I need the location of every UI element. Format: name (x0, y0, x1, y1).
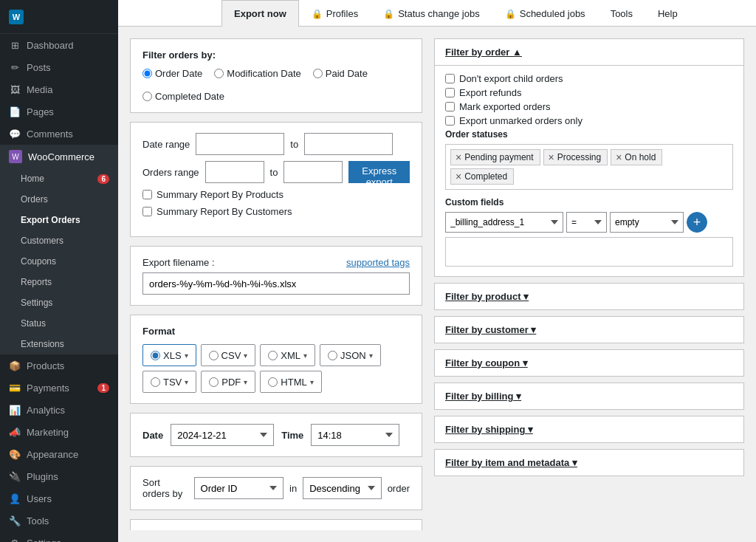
remove-on-hold[interactable]: × (616, 151, 622, 163)
checkbox-refunds[interactable]: Export refunds (445, 87, 733, 98)
sidebar-item-customers[interactable]: Customers (0, 230, 118, 251)
radio-modification-date[interactable]: Modification Date (214, 68, 300, 79)
sidebar-item-settings[interactable]: Settings (0, 292, 118, 313)
remove-completed[interactable]: × (456, 171, 461, 182)
tab-status-change[interactable]: 🔒 Status change jobs (371, 0, 492, 27)
filter-by-billing[interactable]: Filter by billing ▾ (434, 383, 744, 410)
sidebar-item-export-orders[interactable]: Export Orders (0, 210, 118, 230)
unmarked-only-input[interactable] (445, 116, 455, 126)
time-select[interactable]: 14:18 (311, 424, 399, 446)
add-custom-field-button[interactable]: + (687, 212, 707, 233)
tab-scheduled-jobs[interactable]: 🔒 Scheduled jobs (492, 0, 598, 27)
no-child-input[interactable] (445, 74, 455, 83)
tab-profiles[interactable]: 🔒 Profiles (299, 0, 371, 27)
sidebar-item-marketing[interactable]: 📣 Marketing (0, 421, 118, 443)
format-tsv-radio[interactable] (151, 377, 160, 387)
orders-label: Orders (21, 194, 48, 205)
custom-operator-select[interactable]: = (566, 212, 607, 233)
sidebar-item-appearance[interactable]: 🎨 Appearance (0, 443, 118, 465)
tab-tools[interactable]: Tools (598, 0, 645, 27)
sidebar-item-coupons[interactable]: Coupons (0, 251, 118, 272)
format-csv-radio[interactable] (209, 351, 219, 360)
filter-by-product[interactable]: Filter by product ▾ (434, 283, 744, 310)
sidebar-item-posts[interactable]: ✏ Posts (0, 56, 118, 78)
radio-modification-input[interactable] (214, 69, 224, 78)
format-pdf-radio[interactable] (209, 377, 219, 387)
sidebar-item-reports[interactable]: Reports (0, 272, 118, 292)
sidebar-item-orders[interactable]: Orders (0, 189, 118, 210)
radio-completed-date[interactable]: Completed Date (142, 91, 224, 102)
format-json[interactable]: JSON ▾ (320, 344, 381, 366)
radio-paid-date[interactable]: Paid Date (313, 68, 368, 79)
filter-by-order-body: Don't export child orders Export refunds… (435, 66, 743, 276)
filter-by-item-metadata[interactable]: Filter by item and metadata ▾ (434, 449, 744, 476)
checkbox-summary-customers[interactable]: Summary Report By Customers (142, 206, 292, 217)
sidebar-item-plugins[interactable]: 🔌 Plugins (0, 465, 118, 487)
format-html[interactable]: HTML ▾ (260, 371, 321, 393)
sidebar-item-payments[interactable]: 💳 Payments 1 (0, 377, 118, 399)
sidebar-item-extensions[interactable]: Extensions (0, 334, 118, 354)
filter-by-order-header[interactable]: Filter by order ▲ (435, 39, 743, 66)
radio-completed-input[interactable] (142, 92, 152, 101)
sidebar-item-analytics[interactable]: 📊 Analytics (0, 399, 118, 421)
format-json-radio[interactable] (328, 351, 337, 360)
refunds-input[interactable] (445, 88, 455, 97)
format-pdf[interactable]: PDF ▾ (201, 371, 255, 393)
filter-by-coupon[interactable]: Filter by coupon ▾ (434, 349, 744, 377)
sidebar-item-pages[interactable]: 📄 Pages (0, 100, 118, 123)
date-range-from[interactable] (196, 133, 284, 155)
radio-order-date[interactable]: Order Date (142, 68, 202, 79)
sort-direction-select[interactable]: Descending (303, 477, 381, 499)
date-range-to[interactable] (304, 133, 393, 155)
express-export-button[interactable]: Express export (348, 161, 410, 183)
format-xml-radio[interactable] (268, 351, 278, 360)
checkbox-summary-products-input[interactable] (142, 190, 152, 199)
sort-by-select[interactable]: Order ID (194, 477, 284, 499)
custom-field-textarea[interactable] (445, 237, 733, 267)
checkbox-mark-exported[interactable]: Mark exported orders (445, 101, 733, 112)
orders-range-to[interactable] (284, 161, 343, 183)
radio-order-date-input[interactable] (142, 69, 152, 78)
radio-paid-input[interactable] (313, 69, 323, 78)
orders-range-from[interactable] (205, 161, 264, 183)
custom-field-select[interactable]: _billing_address_1 (445, 212, 563, 233)
tab-export-now[interactable]: Export now (221, 0, 299, 27)
remove-processing[interactable]: × (549, 151, 554, 163)
mark-exported-input[interactable] (445, 102, 455, 112)
format-csv[interactable]: CSV ▾ (201, 344, 256, 366)
remove-pending[interactable]: × (456, 151, 461, 163)
sidebar-item-settings-main[interactable]: ⚙ Settings (0, 532, 118, 542)
datetime-row: Date 2024-12-21 Time 14:18 (142, 424, 410, 446)
filter-by-shipping[interactable]: Filter by shipping ▾ (434, 416, 744, 443)
home-badge: 6 (97, 174, 109, 184)
supported-tags-link[interactable]: supported tags (346, 257, 410, 268)
date-select[interactable]: 2024-12-21 (171, 424, 274, 446)
sidebar-item-dashboard[interactable]: ⊞ Dashboard (0, 34, 118, 56)
custom-value-select[interactable]: empty (610, 212, 684, 233)
filter-by-customer[interactable]: Filter by customer ▾ (434, 316, 744, 343)
format-xls-radio[interactable] (151, 351, 160, 360)
filter-orders-section: Filter orders by: Order Date Modificatio… (130, 38, 422, 113)
sidebar-item-users[interactable]: 👤 Users (0, 487, 118, 510)
checkbox-summary-products[interactable]: Summary Report By Products (142, 189, 284, 200)
sidebar-item-comments[interactable]: 💬 Comments (0, 123, 118, 145)
sidebar-item-home[interactable]: Home 6 (0, 168, 118, 189)
tab-help[interactable]: Help (645, 0, 690, 27)
filename-input[interactable] (142, 272, 410, 295)
radio-modification-label: Modification Date (227, 68, 300, 79)
sidebar-item-status[interactable]: Status (0, 313, 118, 334)
sidebar-item-woocommerce[interactable]: W WooCommerce (0, 145, 118, 168)
format-html-radio[interactable] (268, 377, 278, 387)
sidebar-item-label: WooCommerce (28, 151, 94, 162)
sidebar-item-products[interactable]: 📦 Products (0, 354, 118, 377)
format-xml[interactable]: XML ▾ (260, 344, 315, 366)
format-tsv[interactable]: TSV ▾ (142, 371, 196, 393)
datetime-section: Date 2024-12-21 Time 14:18 (130, 413, 422, 457)
sidebar-item-tools[interactable]: 🔧 Tools (0, 510, 118, 532)
sidebar-item-media[interactable]: 🖼 Media (0, 78, 118, 100)
checkbox-unmarked-only[interactable]: Export unmarked orders only (445, 115, 733, 126)
checkbox-no-child[interactable]: Don't export child orders (445, 73, 733, 84)
checkbox-summary-customers-input[interactable] (142, 207, 152, 216)
comments-icon: 💬 (9, 128, 21, 140)
format-xls[interactable]: XLS ▾ (142, 344, 196, 366)
